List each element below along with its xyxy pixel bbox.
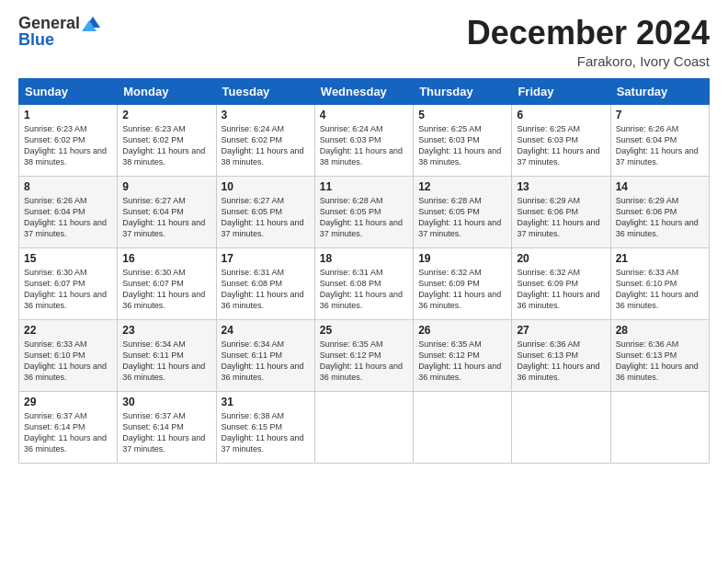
day-number: 20 [517,252,605,265]
table-row: 30Sunrise: 6:37 AMSunset: 6:14 PMDayligh… [118,391,216,463]
logo-text: General Blue [18,15,102,50]
day-number: 24 [222,324,310,337]
table-row: 28Sunrise: 6:36 AMSunset: 6:13 PMDayligh… [610,319,709,391]
table-row: 8Sunrise: 6:26 AMSunset: 6:04 PMDaylight… [19,176,118,247]
table-row: 2Sunrise: 6:23 AMSunset: 6:02 PMDaylight… [118,104,216,176]
table-row: 22Sunrise: 6:33 AMSunset: 6:10 PMDayligh… [19,319,118,391]
cell-content: Sunrise: 6:23 AMSunset: 6:02 PMDaylight:… [122,124,205,167]
header: General Blue December 2024 Farakoro, Ivo… [18,15,710,69]
col-friday: Friday [512,78,610,104]
day-number: 21 [616,252,704,265]
logo-icon [82,15,102,31]
day-number: 14 [616,180,704,193]
cell-content: Sunrise: 6:34 AMSunset: 6:11 PMDaylight:… [122,339,205,382]
day-number: 18 [320,252,408,265]
table-row: 14Sunrise: 6:29 AMSunset: 6:06 PMDayligh… [610,176,709,247]
table-row: 3Sunrise: 6:24 AMSunset: 6:02 PMDaylight… [216,104,314,176]
day-number: 6 [517,109,605,121]
col-sunday: Sunday [19,78,118,104]
table-row: 11Sunrise: 6:28 AMSunset: 6:05 PMDayligh… [314,176,413,247]
day-number: 16 [122,252,210,265]
cell-content: Sunrise: 6:33 AMSunset: 6:10 PMDaylight:… [616,268,699,310]
table-row: 27Sunrise: 6:36 AMSunset: 6:13 PMDayligh… [512,319,610,391]
day-number: 3 [222,109,310,121]
table-row: 13Sunrise: 6:29 AMSunset: 6:06 PMDayligh… [512,176,610,247]
logo-blue: Blue [18,31,102,50]
day-number: 26 [418,324,506,337]
cell-content: Sunrise: 6:36 AMSunset: 6:13 PMDaylight:… [517,339,599,382]
day-number: 10 [222,180,310,193]
cell-content: Sunrise: 6:29 AMSunset: 6:06 PMDaylight:… [616,196,699,238]
day-number: 17 [222,252,310,265]
day-number: 19 [418,252,506,265]
header-row: Sunday Monday Tuesday Wednesday Thursday… [19,78,710,104]
day-number: 31 [222,396,310,408]
cell-content: Sunrise: 6:38 AMSunset: 6:15 PMDaylight:… [222,411,304,454]
calendar-page: General Blue December 2024 Farakoro, Ivo… [0,0,728,563]
table-row: 25Sunrise: 6:35 AMSunset: 6:12 PMDayligh… [314,319,413,391]
cell-content: Sunrise: 6:29 AMSunset: 6:06 PMDaylight:… [517,196,599,238]
col-saturday: Saturday [610,78,709,104]
col-tuesday: Tuesday [216,78,314,104]
table-row: 6Sunrise: 6:25 AMSunset: 6:03 PMDaylight… [512,104,610,176]
cell-content: Sunrise: 6:27 AMSunset: 6:04 PMDaylight:… [122,196,205,238]
cell-content: Sunrise: 6:28 AMSunset: 6:05 PMDaylight:… [418,196,501,238]
calendar-week-3: 15Sunrise: 6:30 AMSunset: 6:07 PMDayligh… [19,247,710,319]
calendar-table: Sunday Monday Tuesday Wednesday Thursday… [18,78,710,464]
day-number: 30 [122,396,210,408]
table-row: 17Sunrise: 6:31 AMSunset: 6:08 PMDayligh… [216,247,314,319]
table-row: 5Sunrise: 6:25 AMSunset: 6:03 PMDaylight… [414,104,512,176]
calendar-week-5: 29Sunrise: 6:37 AMSunset: 6:14 PMDayligh… [19,391,710,463]
day-number: 11 [320,180,408,193]
table-row: 18Sunrise: 6:31 AMSunset: 6:08 PMDayligh… [314,247,413,319]
logo: General Blue [18,15,102,50]
cell-content: Sunrise: 6:36 AMSunset: 6:13 PMDaylight:… [616,339,699,382]
month-title: December 2024 [467,15,710,52]
table-row: 23Sunrise: 6:34 AMSunset: 6:11 PMDayligh… [118,319,216,391]
day-number: 27 [517,324,605,337]
cell-content: Sunrise: 6:25 AMSunset: 6:03 PMDaylight:… [418,124,501,167]
cell-content: Sunrise: 6:30 AMSunset: 6:07 PMDaylight:… [122,268,205,310]
cell-content: Sunrise: 6:32 AMSunset: 6:09 PMDaylight:… [517,268,599,310]
calendar-week-1: 1Sunrise: 6:23 AMSunset: 6:02 PMDaylight… [19,104,710,176]
calendar-week-4: 22Sunrise: 6:33 AMSunset: 6:10 PMDayligh… [19,319,710,391]
day-number: 9 [122,180,210,193]
cell-content: Sunrise: 6:31 AMSunset: 6:08 PMDaylight:… [222,268,304,310]
table-row [610,391,709,463]
cell-content: Sunrise: 6:24 AMSunset: 6:03 PMDaylight:… [320,124,403,167]
location: Farakoro, Ivory Coast [467,53,710,69]
day-number: 5 [418,109,506,121]
table-row [414,391,512,463]
table-row: 12Sunrise: 6:28 AMSunset: 6:05 PMDayligh… [414,176,512,247]
table-row: 19Sunrise: 6:32 AMSunset: 6:09 PMDayligh… [414,247,512,319]
day-number: 23 [122,324,210,337]
day-number: 15 [24,252,112,265]
table-row: 26Sunrise: 6:35 AMSunset: 6:12 PMDayligh… [414,319,512,391]
table-row: 24Sunrise: 6:34 AMSunset: 6:11 PMDayligh… [216,319,314,391]
cell-content: Sunrise: 6:26 AMSunset: 6:04 PMDaylight:… [24,196,107,238]
day-number: 1 [24,109,112,121]
cell-content: Sunrise: 6:35 AMSunset: 6:12 PMDaylight:… [320,339,403,382]
table-row: 9Sunrise: 6:27 AMSunset: 6:04 PMDaylight… [118,176,216,247]
cell-content: Sunrise: 6:34 AMSunset: 6:11 PMDaylight:… [222,339,304,382]
table-row: 20Sunrise: 6:32 AMSunset: 6:09 PMDayligh… [512,247,610,319]
title-block: December 2024 Farakoro, Ivory Coast [467,15,710,69]
day-number: 28 [616,324,704,337]
cell-content: Sunrise: 6:30 AMSunset: 6:07 PMDaylight:… [24,268,107,310]
table-row [314,391,413,463]
table-row: 1Sunrise: 6:23 AMSunset: 6:02 PMDaylight… [19,104,118,176]
col-thursday: Thursday [414,78,512,104]
cell-content: Sunrise: 6:37 AMSunset: 6:14 PMDaylight:… [122,411,205,454]
table-row: 10Sunrise: 6:27 AMSunset: 6:05 PMDayligh… [216,176,314,247]
table-row: 16Sunrise: 6:30 AMSunset: 6:07 PMDayligh… [118,247,216,319]
table-row [512,391,610,463]
cell-content: Sunrise: 6:25 AMSunset: 6:03 PMDaylight:… [517,124,599,167]
col-wednesday: Wednesday [314,78,413,104]
cell-content: Sunrise: 6:31 AMSunset: 6:08 PMDaylight:… [320,268,403,310]
table-row: 31Sunrise: 6:38 AMSunset: 6:15 PMDayligh… [216,391,314,463]
cell-content: Sunrise: 6:33 AMSunset: 6:10 PMDaylight:… [24,339,107,382]
table-row: 21Sunrise: 6:33 AMSunset: 6:10 PMDayligh… [610,247,709,319]
day-number: 4 [320,109,408,121]
day-number: 7 [616,109,704,121]
cell-content: Sunrise: 6:27 AMSunset: 6:05 PMDaylight:… [222,196,304,238]
